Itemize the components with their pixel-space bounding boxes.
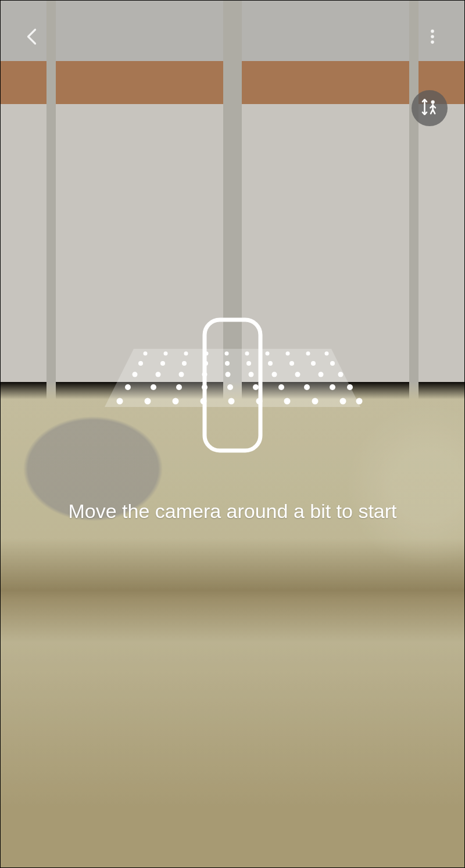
svg-point-45 [347,384,353,390]
svg-point-22 [268,361,273,366]
svg-point-37 [151,384,156,390]
svg-point-27 [156,372,161,377]
svg-point-46 [117,398,123,405]
svg-point-41 [253,384,259,390]
back-button[interactable] [16,22,49,54]
svg-point-10 [225,352,229,356]
svg-point-6 [144,352,148,356]
back-chevron-icon [22,26,43,49]
more-options-button[interactable] [416,22,449,54]
svg-point-25 [330,361,335,366]
svg-point-23 [289,361,294,366]
ar-plane-animation [81,308,384,471]
svg-point-55 [356,398,363,405]
svg-point-32 [272,372,277,377]
more-vert-icon [423,27,442,48]
svg-point-8 [184,352,188,356]
svg-point-31 [249,372,254,377]
measure-height-button[interactable] [412,90,448,126]
svg-point-52 [284,398,291,405]
ar-camera-screen: Move the camera around a bit to start [0,0,465,868]
svg-point-26 [133,372,138,377]
svg-point-30 [226,372,231,377]
svg-point-48 [173,398,179,405]
measure-height-icon [420,97,439,119]
svg-point-35 [338,372,344,377]
svg-point-21 [246,361,251,366]
svg-point-33 [295,372,301,377]
ar-scan-hint [81,308,384,471]
svg-point-17 [160,361,165,366]
svg-point-12 [266,352,270,356]
svg-point-2 [431,41,434,44]
svg-point-13 [286,352,290,356]
svg-point-7 [164,352,168,356]
svg-point-38 [176,384,182,390]
svg-point-14 [306,352,310,356]
svg-point-40 [227,384,233,390]
svg-point-43 [304,384,310,390]
svg-point-16 [138,361,143,366]
svg-point-28 [179,372,184,377]
svg-point-18 [182,361,187,366]
top-bar [0,0,465,76]
svg-point-53 [312,398,319,405]
svg-point-42 [278,384,284,390]
svg-point-47 [145,398,151,405]
svg-point-4 [431,100,435,103]
svg-point-15 [325,352,329,356]
svg-point-54 [340,398,346,405]
svg-point-1 [431,35,434,38]
svg-point-34 [319,372,324,377]
svg-point-44 [330,384,335,390]
instruction-text: Move the camera around a bit to start [0,500,465,523]
svg-point-11 [245,352,249,356]
svg-point-50 [228,398,235,405]
svg-point-0 [431,30,434,33]
svg-point-24 [311,361,316,366]
svg-point-20 [225,361,230,366]
svg-point-36 [125,384,131,390]
